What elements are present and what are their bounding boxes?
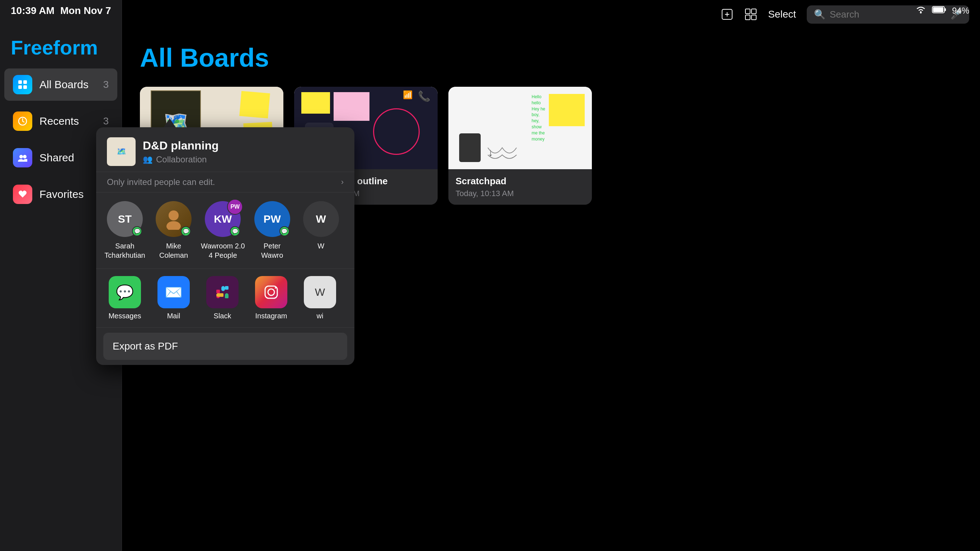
share-app-instagram[interactable]: Instagram [250,276,293,320]
collab-avatar-wrap-peter: PW 💬 [255,201,290,237]
svg-point-23 [167,221,181,230]
phone-icon: 📞 [418,91,430,102]
svg-rect-3 [945,8,946,11]
all-boards-label: All Boards [40,78,96,91]
svg-point-13 [19,155,23,159]
svg-rect-8 [18,80,22,84]
popup-board-title: D&D planning [143,139,219,152]
mail-app-icon: ✉️ [158,276,190,308]
share-app-mail[interactable]: ✉️ Mail [152,276,195,320]
popup-title-area: D&D planning 👥 Collaboration [143,139,219,165]
collab-msg-badge-wawroom: 💬 [230,226,240,236]
svg-rect-31 [220,293,223,297]
collab-name-peter: PeterWawro [261,241,283,260]
popup-card[interactable]: 🗺️ D&D planning 👥 Collaboration Only inv… [96,127,355,365]
collab-item-peter[interactable]: PW 💬 PeterWawro [251,201,294,260]
popup-collab-label: Collaboration [156,154,207,165]
slack-app-icon [206,276,239,308]
collab-name-mike: MikeColeman [159,241,188,260]
slack-app-label: Slack [214,312,231,320]
scratch-sticky [549,94,585,126]
collab-msg-badge-mike: 💬 [181,226,191,236]
svg-rect-29 [225,295,229,298]
svg-point-0 [920,12,921,14]
collab-avatar-wrap-extra: W [303,201,339,237]
share-apps-row: 💬 Messages ✉️ Mail [96,269,355,328]
collab-avatar-wrap-st: ST 💬 [107,201,143,237]
popup-thumb: 🗺️ [107,137,135,166]
svg-point-33 [268,289,274,295]
wifi-icon [915,6,926,16]
svg-point-22 [169,210,179,221]
scratch-lines [484,144,520,166]
svg-rect-9 [23,80,27,84]
all-boards-count: 3 [103,79,109,91]
chevron-right-icon: › [341,178,344,187]
scratch-text: HellohelloHey heboy,hey,showme themoney [531,94,545,142]
mail-app-label: Mail [167,312,180,320]
recents-count: 3 [103,116,109,127]
collab-item-st[interactable]: ST 💬 SarahTcharkhutian [103,201,146,260]
shared-label: Shared [40,152,96,164]
wi-app-label: wi [317,312,323,320]
messages-app-label: Messages [108,312,141,320]
popup-permission[interactable]: Only invited people can edit. › [96,172,355,192]
instagram-app-icon [255,276,287,308]
svg-rect-27 [225,286,229,290]
collab-item-extra[interactable]: W W [299,201,342,260]
svg-rect-10 [18,85,22,89]
collab-name-wawroom: Wawroom 2.04 People [201,241,245,260]
scratch-device [459,133,480,162]
share-app-slack[interactable]: Slack [201,276,244,320]
status-date: Mon Nov 7 [60,5,111,16]
share-app-wi[interactable]: W wi [298,276,342,320]
svg-rect-2 [933,7,943,12]
collab-people-icon: 👥 [143,155,153,164]
instagram-app-label: Instagram [255,312,287,320]
wifi-symbol: 📶 [403,91,412,100]
wi-app-icon: W [304,276,336,308]
favorites-icon [13,185,32,204]
popup-header: 🗺️ D&D planning 👥 Collaboration [96,127,355,172]
collab-msg-badge-peter: 💬 [280,226,290,236]
collab-avatar-extra: W [303,201,339,237]
svg-rect-11 [23,85,27,89]
shared-icon [13,148,32,167]
eoy-sticky2 [334,92,369,121]
board-thumbnail-scratch: HellohelloHey heboy,hey,showme themoney … [449,87,592,169]
collab-avatar-wrap-wawroom: KW PW 💬 [205,201,241,237]
messages-app-icon: 💬 [109,276,141,308]
svg-point-34 [275,287,276,289]
app-title: Freeform [0,25,122,66]
collaborators-row: ST 💬 SarahTcharkhutian 💬 MikeColeman [96,192,355,269]
recents-icon [13,111,32,131]
board-info-scratch: Scratchpad Today, 10:13 AM [449,169,592,205]
eoy-circle [373,108,420,155]
collab-name-extra: W [317,241,324,251]
all-boards-icon [13,75,32,94]
eoy-sticky1 [301,92,330,114]
board-card-scratch[interactable]: HellohelloHey heboy,hey,showme themoney … [449,87,592,205]
popup-permission-text: Only invited people can edit. [107,177,215,187]
dnd-sticky1 [239,91,270,119]
collab-item-mike[interactable]: 💬 MikeColeman [152,201,195,260]
board-date-scratch: Today, 10:13 AM [455,189,585,198]
share-app-messages[interactable]: 💬 Messages [103,276,146,320]
status-time: 10:39 AM [11,5,54,16]
sidebar-item-all-boards[interactable]: All Boards 3 [4,68,117,101]
svg-rect-26 [221,286,225,291]
status-bar: 10:39 AM Mon Nov 7 94% [0,0,980,22]
battery-icon [932,6,946,16]
battery-percent: 94% [952,6,969,16]
board-name-scratch: Scratchpad [455,176,585,187]
popup-collab-row: 👥 Collaboration [143,154,219,165]
wawroom-overlay: PW [227,199,243,215]
favorites-label: Favorites [40,188,96,200]
collab-msg-badge-st: 💬 [132,226,142,236]
collab-item-wawroom[interactable]: KW PW 💬 Wawroom 2.04 People [201,201,245,260]
svg-point-14 [23,155,27,159]
export-pdf-button[interactable]: Export as PDF [103,333,347,360]
page-title: All Boards [140,43,962,72]
svg-rect-25 [216,290,220,293]
recents-label: Recents [40,115,96,127]
